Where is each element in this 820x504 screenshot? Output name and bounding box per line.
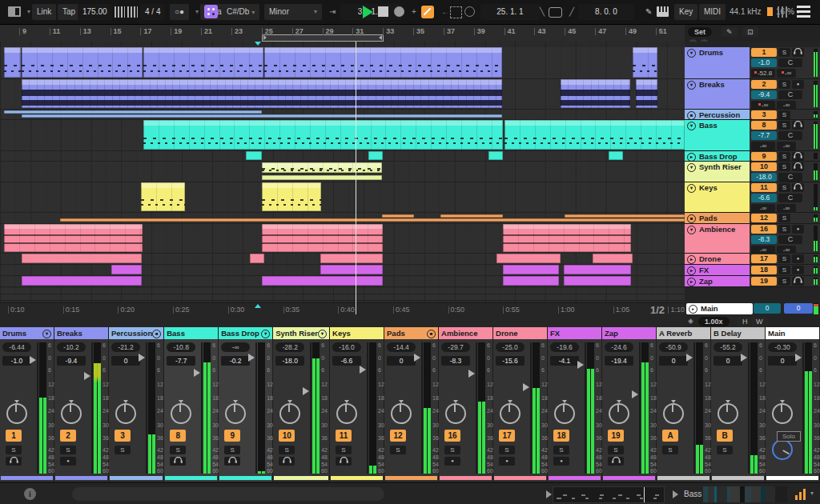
punch-out-icon[interactable]: ╱ (565, 4, 579, 20)
fader-track[interactable] (310, 342, 312, 474)
track-lane-breaks[interactable] (0, 79, 685, 110)
loop-length-field[interactable]: 8. 0. 0 (578, 4, 634, 20)
solo-button[interactable]: S (778, 110, 790, 119)
mixer-monitor-arm-button[interactable]: ● (444, 457, 460, 466)
track-header-keys[interactable]: ▾Keys11S-6.6C-∞-∞ (685, 182, 820, 213)
fader-handle[interactable] (795, 354, 802, 362)
clip-bass[interactable] (143, 120, 503, 150)
track-name-keys[interactable]: ▾Keys (685, 182, 750, 212)
stop-button[interactable] (378, 6, 388, 17)
pan-knob[interactable] (554, 403, 575, 424)
track-number-button[interactable]: 2 (751, 80, 777, 89)
time-signature-field[interactable]: 4 / 4 (140, 4, 165, 20)
volume-field[interactable]: -9.4 (751, 90, 777, 99)
fold-icon[interactable]: ▾ (687, 49, 696, 58)
mixer-solo-button[interactable]: S (608, 446, 624, 454)
mixer-track-name-pads[interactable]: Pads■ (384, 327, 438, 339)
mixer-track-name-drone[interactable]: Drone (493, 327, 547, 339)
peak-value[interactable]: -19.6 (550, 342, 579, 352)
scale-name-menu[interactable]: Minor ▾ (264, 4, 322, 20)
draw-mode-small-icon[interactable]: ✎ (722, 27, 738, 37)
clip-ambience[interactable] (262, 224, 383, 252)
fold-icon[interactable]: ▾ (687, 184, 696, 193)
monitor-cue-button[interactable] (792, 183, 804, 192)
mixer-track-name-bass[interactable]: Bass (164, 327, 218, 339)
fold-icon[interactable]: ▸ (687, 278, 696, 286)
track-name-ambience[interactable]: ▾Ambience (685, 224, 750, 253)
pan-field[interactable]: C (778, 194, 802, 202)
fader-value[interactable]: -0.2 (221, 356, 250, 366)
session-record-icon[interactable] (464, 6, 475, 17)
solo-button[interactable]: S (778, 162, 790, 171)
clip-drone[interactable] (593, 254, 633, 263)
mixer-track-number-button[interactable]: 1 (6, 430, 22, 442)
clip-pads[interactable] (440, 214, 503, 218)
main-volume-field[interactable]: 0 (754, 303, 781, 314)
clip-zap[interactable] (503, 276, 559, 286)
mixer-monitor-arm-button[interactable]: ● (499, 457, 515, 466)
track-lane-drone[interactable] (0, 254, 685, 265)
track-name-synth-riser[interactable]: ▾Synth Riser (685, 162, 750, 182)
track-name-zap[interactable]: ▸Zap (685, 276, 750, 286)
mixer-track-number-button[interactable]: 12 (390, 430, 406, 442)
mixer-track-name-synth-riser[interactable]: Synth Riser▾ (273, 327, 329, 339)
clip-keys[interactable] (141, 182, 185, 211)
clip-pads[interactable] (565, 214, 685, 218)
fader-track[interactable] (91, 342, 93, 474)
mixer-monitor-cue-button[interactable] (6, 457, 22, 466)
mixer-track-name-bass-drop[interactable]: Bass Drop▾ (219, 327, 272, 339)
meter-caret-icon[interactable]: ▾ (810, 490, 814, 497)
clip-fx[interactable] (503, 265, 559, 274)
mixer-solo-button[interactable]: S (499, 446, 515, 454)
track-header-breaks[interactable]: ▾Breaks2S●-9.4C-∞-∞ (685, 79, 820, 110)
mixer-track-number-button[interactable]: 11 (336, 430, 352, 442)
fader-handle[interactable] (139, 354, 145, 362)
main-track-header[interactable]: ▸ Main 0 0 (685, 302, 820, 315)
fold-icon[interactable]: ▸ (687, 153, 696, 162)
volume-field[interactable]: -6.6 (751, 194, 777, 202)
mixer-track-number-button[interactable]: B (717, 430, 733, 442)
clip-zap[interactable] (564, 276, 631, 286)
link-button[interactable]: Link (32, 4, 56, 20)
peak-value[interactable]: -29.7 (441, 342, 470, 352)
menu-icon[interactable] (797, 6, 810, 18)
peak-value[interactable]: -25.0 (496, 342, 525, 352)
clip-bass[interactable] (504, 120, 685, 150)
solo-button[interactable]: S (778, 277, 790, 286)
device-chain-preview[interactable] (703, 486, 787, 502)
fader-handle[interactable] (414, 354, 420, 362)
pan-knob[interactable] (663, 403, 684, 424)
scale-root-menu[interactable]: C#/Db ▾ (222, 4, 259, 20)
peak-value[interactable]: -14.4 (387, 342, 416, 352)
solo-button[interactable]: S (778, 80, 790, 89)
track-header-bass-drop[interactable]: ▸Bass Drop9S (685, 151, 820, 162)
fader-value[interactable]: 0 (659, 356, 688, 366)
track-lane-fx[interactable] (0, 265, 685, 276)
output-meter-icon[interactable] (795, 488, 808, 500)
mixer-solo-button[interactable]: S (224, 446, 240, 454)
fader-handle[interactable] (303, 387, 309, 395)
solo-button[interactable]: S (778, 121, 790, 130)
track-lane-zap[interactable] (0, 276, 685, 287)
clip-pads[interactable] (382, 214, 414, 218)
fader-value[interactable]: 0 (713, 356, 742, 366)
track-lane-drums[interactable] (0, 47, 685, 79)
fader-track[interactable] (639, 342, 641, 474)
track-header-drums[interactable]: ▾Drums1S-1.0C-52.8-∞ (685, 47, 820, 79)
computer-midi-keyboard-icon[interactable] (657, 6, 669, 17)
zoom-diamond-icon[interactable]: ◈ (688, 317, 693, 325)
track-header-synth-riser[interactable]: ▾Synth Riser10S-18.0C (685, 162, 820, 182)
mixer-monitor-cue-button[interactable] (279, 457, 295, 466)
mixer-monitor-cue-button[interactable] (608, 457, 624, 466)
clip-breaks[interactable] (561, 79, 630, 108)
track-number-button[interactable]: 3 (751, 110, 777, 119)
monitor-cue-button[interactable] (792, 48, 804, 57)
mixer-fold-icon[interactable]: ▾ (42, 330, 51, 338)
fold-icon[interactable]: ▸ (687, 266, 696, 275)
monitor-cue-button[interactable] (792, 121, 804, 130)
fader-track[interactable] (37, 342, 38, 474)
fold-icon[interactable]: ▾ (687, 81, 696, 90)
clip-pads[interactable] (60, 218, 685, 222)
mixer-solo-button[interactable]: S (279, 446, 295, 454)
clip-fx[interactable] (564, 265, 631, 274)
